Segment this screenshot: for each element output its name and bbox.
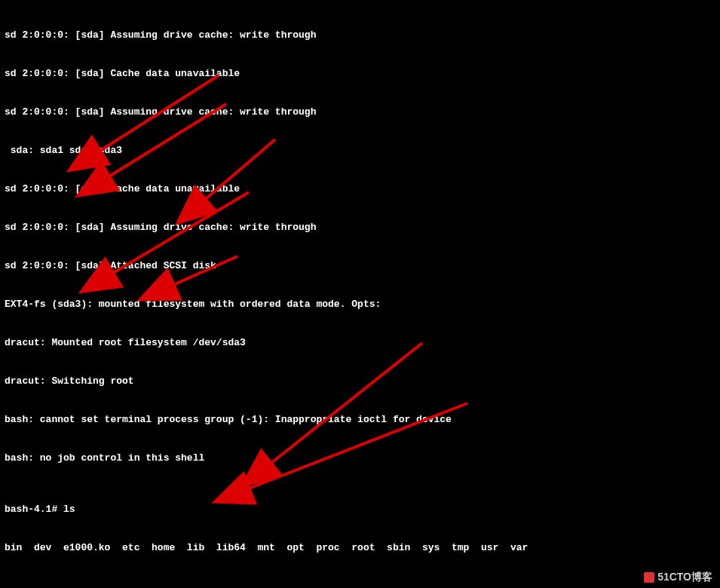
terminal[interactable]: sd 2:0:0:0: [sda] Assuming drive cache: …	[0, 0, 720, 588]
boot-line: sd 2:0:0:0: [sda] Cache data unavailable	[5, 67, 715, 80]
cmd-ls: ls	[63, 504, 75, 515]
watermark-text: 51CTO博客	[657, 571, 712, 583]
boot-line: bash: cannot set terminal process group …	[5, 413, 715, 426]
ls-output: bin dev e1000.ko etc home lib lib64 mnt …	[5, 541, 715, 554]
boot-line: sd 2:0:0:0: [sda] Attached SCSI disk	[5, 259, 715, 272]
boot-line: sda: sda1 sda2 sda3	[5, 144, 715, 157]
boot-line: sd 2:0:0:0: [sda] Cache data unavailable	[5, 182, 715, 195]
boot-line: EXT4-fs (sda3): mounted filesystem with …	[5, 298, 715, 311]
boot-line: dracut: Mounted root filesystem /dev/sda…	[5, 336, 715, 349]
boot-line: dracut: Switching root	[5, 375, 715, 387]
boot-line: sd 2:0:0:0: [sda] Assuming drive cache: …	[5, 221, 715, 234]
prompt: bash-4.1#	[5, 504, 63, 515]
logo-icon	[644, 572, 654, 583]
prompt-line: bash-4.1# ls	[5, 503, 715, 516]
boot-line: sd 2:0:0:0: [sda] Assuming drive cache: …	[5, 106, 715, 118]
boot-line: sd 2:0:0:0: [sda] Assuming drive cache: …	[5, 29, 715, 41]
boot-line: bash: no job control in this shell	[5, 452, 715, 464]
watermark: 51CTO博客	[644, 571, 712, 583]
